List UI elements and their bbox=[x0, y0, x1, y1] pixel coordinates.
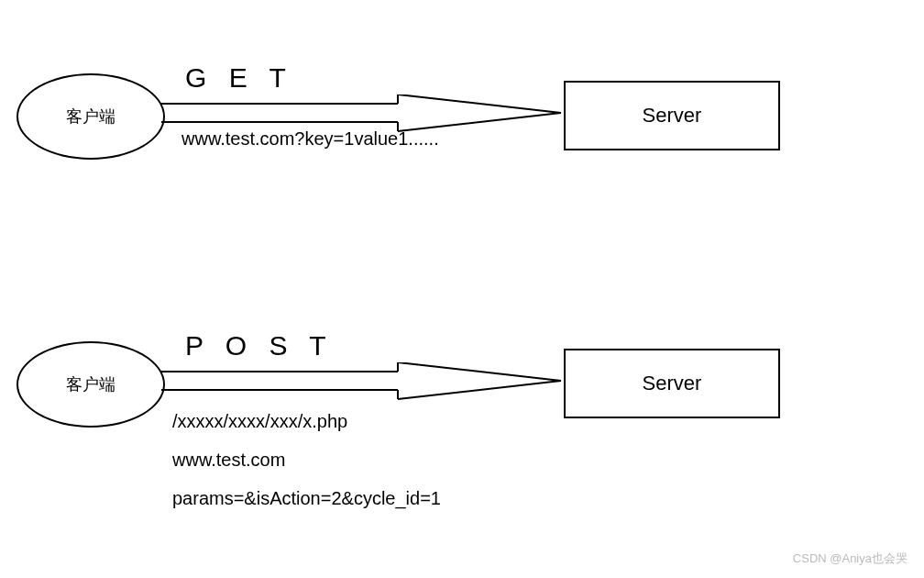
server-label-post: Server bbox=[643, 372, 702, 395]
client-label-post: 客户端 bbox=[66, 373, 116, 395]
client-label-get: 客户端 bbox=[66, 106, 116, 128]
server-node-post: Server bbox=[564, 349, 780, 418]
get-method-label: G E T bbox=[185, 62, 293, 94]
svg-line-4 bbox=[398, 94, 561, 113]
post-arrow bbox=[161, 362, 565, 408]
svg-line-11 bbox=[398, 381, 561, 399]
post-path-text: /xxxxx/xxxx/xxx/x.php bbox=[172, 411, 347, 432]
client-node-get: 客户端 bbox=[16, 73, 165, 160]
post-host-text: www.test.com bbox=[172, 450, 285, 471]
client-node-post: 客户端 bbox=[16, 341, 165, 428]
server-node-get: Server bbox=[564, 81, 780, 150]
svg-line-10 bbox=[398, 362, 561, 381]
watermark-text: CSDN @Aniya也会哭 bbox=[793, 550, 908, 567]
post-params-text: params=&isAction=2&cycle_id=1 bbox=[172, 488, 441, 509]
post-method-label: P O S T bbox=[185, 330, 334, 361]
server-label-get: Server bbox=[643, 104, 702, 128]
get-url-text: www.test.com?key=1value1...... bbox=[182, 128, 439, 150]
